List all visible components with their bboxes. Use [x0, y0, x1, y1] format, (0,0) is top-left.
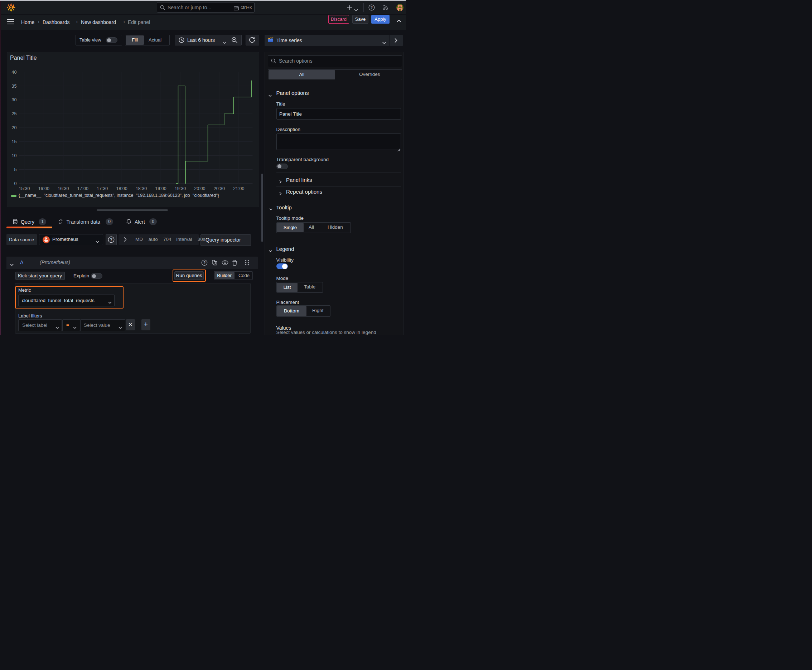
svg-text:?: ?: [110, 237, 112, 242]
svg-text:25: 25: [12, 111, 17, 116]
svg-text:21:00: 21:00: [233, 186, 244, 191]
svg-text:40: 40: [12, 70, 17, 75]
svg-text:17:30: 17:30: [97, 186, 108, 191]
svg-text:18:00: 18:00: [116, 186, 127, 191]
svg-text:15:30: 15:30: [19, 186, 30, 191]
svg-text:20: 20: [12, 125, 17, 130]
svg-text:0: 0: [14, 181, 17, 186]
svg-text:19:30: 19:30: [175, 186, 185, 191]
svg-text:19:00: 19:00: [155, 186, 166, 191]
svg-text:?: ?: [371, 5, 373, 10]
svg-text:30: 30: [12, 97, 17, 102]
svg-text:5: 5: [14, 167, 17, 172]
svg-text:18:30: 18:30: [135, 186, 146, 191]
svg-text:20:00: 20:00: [194, 186, 205, 191]
svg-text:20:30: 20:30: [214, 186, 224, 191]
svg-text:35: 35: [12, 84, 17, 89]
svg-text:10: 10: [12, 153, 17, 158]
svg-text:?: ?: [203, 261, 205, 265]
svg-text:15: 15: [12, 139, 17, 144]
svg-text:16:30: 16:30: [58, 186, 69, 191]
svg-text:17:00: 17:00: [77, 186, 88, 191]
svg-text:16:00: 16:00: [38, 186, 49, 191]
